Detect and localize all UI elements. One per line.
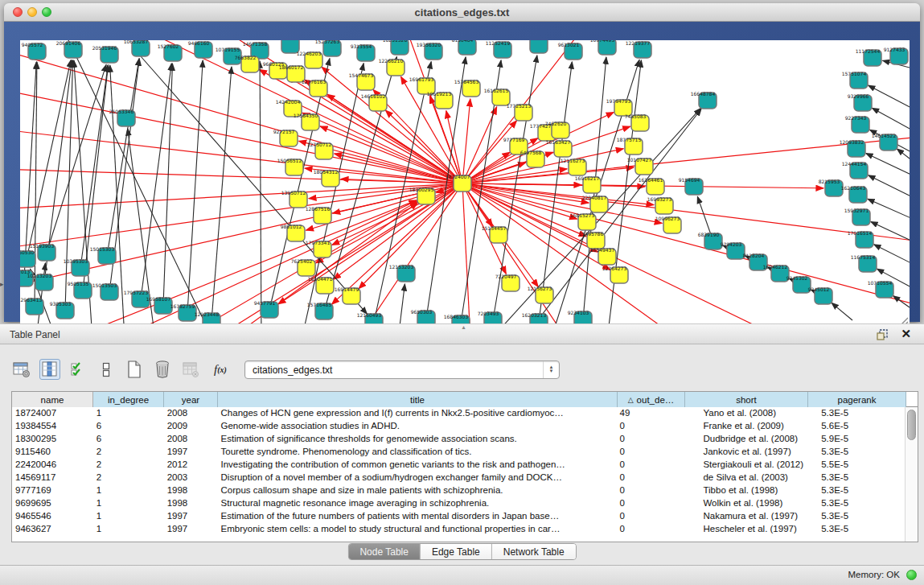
graph-node-8130464[interactable]: 8130464 (452, 40, 476, 55)
float-panel-icon[interactable] (876, 328, 889, 341)
graph-node-9794203[interactable]: 9794203 (721, 241, 745, 259)
citation-edge-black[interactable] (893, 296, 910, 307)
graph-node-8215953[interactable]: 8215953 (819, 179, 843, 196)
citation-edge-black[interactable] (398, 284, 405, 328)
table-row[interactable]: 946362711997Embryonic stem cells: a mode… (12, 523, 905, 536)
citation-edge-black[interactable] (141, 64, 171, 299)
graph-node-1527602[interactable]: 1527602 (158, 43, 182, 61)
table-row[interactable]: 1938455462009Genome-wide association stu… (12, 420, 905, 433)
graph-node-9305303[interactable]: 9305303 (50, 301, 74, 319)
graph-node-9466160[interactable]: 9466160 (188, 40, 212, 58)
graph-node-22040817[interactable]: 22040817 (582, 195, 608, 212)
citation-edge-black[interactable] (868, 199, 910, 219)
graph-node-12750712[interactable]: 12750712 (307, 142, 333, 159)
graph-node-16210643[interactable]: 16210643 (841, 185, 867, 203)
graph-node-15056512[interactable]: 15056512 (277, 158, 303, 175)
graph-node-17016514[interactable]: 17016514 (848, 230, 873, 248)
table-row[interactable]: 977716911998Corpus callosum shape and si… (12, 484, 905, 497)
graph-node-15474673[interactable]: 15474673 (349, 72, 375, 90)
graph-node-16815273[interactable]: 16815273 (570, 212, 596, 230)
column-header-year[interactable]: year (164, 392, 218, 407)
citation-edge-black[interactable] (871, 222, 910, 241)
graph-node-9245012[interactable]: 9245012 (808, 286, 832, 304)
graph-node-11172544[interactable]: 11172544 (856, 48, 881, 66)
panel-drag-handle[interactable]: ▴ (462, 323, 466, 331)
window-titlebar[interactable]: citations_edges.txt (4, 3, 920, 22)
graph-node-17725213[interactable]: 17725213 (507, 103, 532, 121)
graph-node-17584350[interactable]: 17584350 (294, 113, 319, 130)
table-row[interactable]: 2242004622012Investigating the contribut… (12, 459, 905, 472)
close-icon[interactable]: ✕ (901, 327, 911, 341)
graph-node-7515526[interactable]: 7515526 (275, 40, 299, 53)
table-row[interactable]: 1456911722003Disruption of a novel membe… (12, 472, 905, 484)
citation-edge-black[interactable] (107, 59, 139, 256)
scrollbar-thumb[interactable] (907, 410, 916, 440)
citation-edge-red[interactable] (462, 183, 662, 223)
show-columns-icon[interactable] (39, 359, 60, 380)
graph-node-13950712[interactable]: 13950712 (281, 190, 307, 208)
graph-node-20531946[interactable]: 20531946 (92, 45, 118, 63)
graph-node-15751074[interactable]: 15751074 (842, 71, 868, 89)
citation-edge-black[interactable] (866, 154, 910, 175)
citation-edge-black[interactable] (832, 303, 852, 320)
column-header-in_degree[interactable]: in_degree (93, 392, 164, 407)
table-row[interactable]: 969969511998Structural magnetic resonanc… (12, 497, 905, 510)
table-scrollbar[interactable] (905, 407, 918, 542)
graph-node-9313554[interactable]: 9313554 (351, 43, 375, 61)
graph-node-16640910[interactable]: 16640910 (522, 40, 548, 53)
graph-node-12266210[interactable]: 12266210 (379, 58, 405, 76)
graph-node-16958107[interactable]: 16958107 (146, 296, 172, 314)
graph-node-16251526[interactable]: 16251526 (383, 40, 409, 55)
graph-node-7485083[interactable]: 7485083 (625, 113, 649, 131)
citation-edge-red[interactable] (20, 89, 462, 183)
citation-edge-black[interactable] (187, 60, 203, 313)
panel-collapse-arrow[interactable]: ▸ (0, 280, 4, 288)
citation-edge-black[interactable] (80, 65, 108, 268)
graph-node-9861012[interactable]: 9861012 (281, 224, 305, 241)
graph-node-15716485[interactable]: 15716485 (307, 302, 333, 319)
column-header-pagerank[interactable]: pagerank (808, 392, 906, 407)
citation-edge-red[interactable] (20, 183, 462, 209)
graph-node-9457791[interactable]: 9457791 (254, 300, 278, 318)
column-header-name[interactable]: name (12, 392, 93, 407)
graph-node-11675314[interactable]: 11675314 (851, 254, 877, 272)
citation-network-graph[interactable]: 9405572206914062053194610653287152760294… (20, 40, 910, 328)
citation-edge-red[interactable] (462, 99, 470, 183)
graph-node-7220497[interactable]: 7220497 (495, 274, 519, 291)
graph-node-20260530[interactable]: 20260530 (20, 249, 35, 267)
graph-node-10974493[interactable]: 10974493 (590, 40, 616, 55)
stacked-squares-icon[interactable] (96, 359, 117, 380)
citation-edge-black[interactable] (869, 175, 910, 197)
graph-node-15932971[interactable]: 15932971 (844, 208, 870, 225)
graph-node-16782759[interactable]: 16782759 (170, 303, 196, 321)
graph-node-6497568[interactable]: 6497568 (520, 150, 544, 167)
citation-edge-red[interactable] (20, 129, 462, 183)
network-canvas[interactable]: 9405572206914062053194610653287152760294… (20, 40, 910, 328)
graph-node-16549437[interactable]: 16549437 (590, 247, 616, 265)
graph-node-18054312[interactable]: 18054312 (314, 169, 339, 187)
graph-node-16046212[interactable]: 16046212 (763, 264, 789, 282)
table-body[interactable]: 1872400712008Changes of HCN gene express… (12, 407, 905, 542)
citation-edge-black[interactable] (874, 245, 910, 264)
graph-node-15784563[interactable]: 15784563 (454, 79, 480, 97)
graph-node-12867516[interactable]: 12867516 (306, 206, 331, 224)
column-header-out_degree[interactable]: △out_de… (618, 392, 685, 407)
tab-network-table[interactable]: Network Table (492, 544, 576, 559)
graph-node-12093832[interactable]: 12093832 (840, 139, 865, 157)
graph-node-12444154[interactable]: 12444154 (842, 161, 868, 179)
citation-edge-black[interactable] (163, 64, 173, 306)
citation-edge-black[interactable] (35, 62, 37, 307)
graph-node-16916217[interactable]: 16916217 (575, 175, 601, 193)
table-row[interactable]: 946554611997Estimation of the future num… (12, 510, 905, 523)
graph-node-9505135[interactable]: 9505135 (68, 281, 92, 299)
graph-node-12764273[interactable]: 12764273 (602, 266, 628, 283)
tab-edge-table[interactable]: Edge Table (421, 544, 492, 559)
graph-node-12963413[interactable]: 12963413 (20, 297, 43, 315)
graph-node-9245302[interactable]: 9245302 (786, 275, 811, 293)
citation-edge-red[interactable] (20, 183, 462, 249)
graph-node-10710554[interactable]: 10710554 (868, 280, 893, 298)
column-header-title[interactable]: title (218, 392, 618, 407)
citation-edge-black[interactable] (872, 108, 910, 130)
citation-edge-black[interactable] (211, 67, 232, 321)
graph-node-9227343[interactable]: 9227343 (845, 115, 869, 133)
